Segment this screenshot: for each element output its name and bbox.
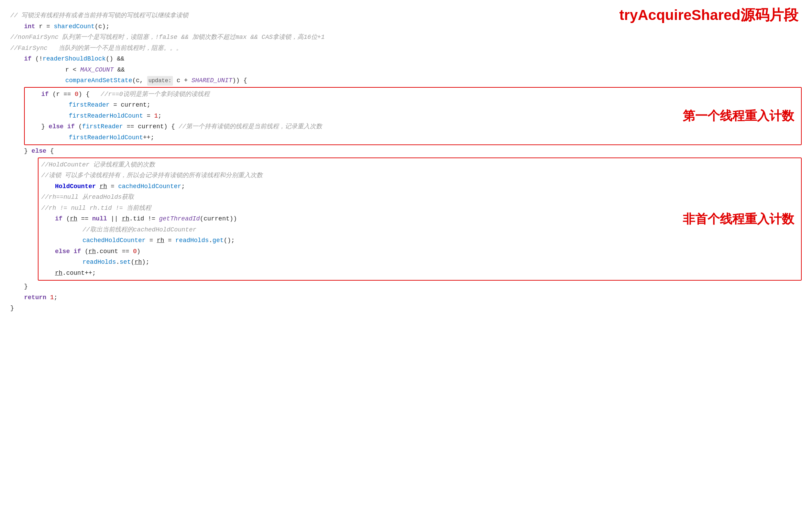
code-area: tryAcquireShared源码片段 // 写锁没有线程持有或者当前持有写锁…	[10, 7, 802, 314]
if-cond-3: compareAndSetState(c, update: c + SHARED…	[10, 75, 802, 86]
comment-line-2: //nonFairSync 队列第一个是写线程时，读阻塞，!false && 加…	[10, 32, 802, 43]
box2-comment-2: //读锁 可以多个读线程持有，所以会记录持有读锁的所有读线程和分别重入次数	[41, 170, 798, 181]
if-cond-2: r < MAX_COUNT &&	[10, 65, 802, 76]
box2-comment-3: //rh==null 从readHolds获取	[41, 192, 798, 203]
box2-label: 非首个线程重入计数	[683, 209, 794, 229]
else-line: } else {	[10, 146, 802, 157]
box2-line-5: rh.count++;	[41, 268, 798, 279]
box1-line-3: firstReaderHoldCount++;	[28, 132, 798, 143]
if-line-1: if (!readerShouldBlock() &&	[10, 54, 802, 65]
page-title: tryAcquireShared源码片段	[619, 3, 798, 26]
box2-line-4: readHolds.set(rh);	[41, 257, 798, 268]
box2-line-3: cachedHoldCounter = rh = readHolds.get()…	[41, 235, 798, 246]
box2-comment-1: //HoldCounter 记录线程重入锁的次数	[41, 160, 798, 171]
red-box-2: 非首个线程重入计数 //HoldCounter 记录线程重入锁的次数 //读锁 …	[38, 158, 802, 281]
box2-elseif-line: else if (rh.count == 0)	[41, 246, 798, 257]
box2-line-1: HoldCounter rh = cachedHoldCounter;	[41, 181, 798, 192]
return-line: return 1;	[10, 292, 802, 303]
red-box-1: 第一个线程重入计数 if (r == 0) { //r==0说明是第一个拿到读锁…	[24, 87, 802, 145]
box1-label: 第一个线程重入计数	[683, 106, 794, 126]
box1-if-line: if (r == 0) { //r==0说明是第一个拿到读锁的读线程	[28, 89, 798, 100]
close-brace-1: }	[10, 281, 802, 292]
close-brace-2: }	[10, 303, 802, 314]
comment-line-3: //FairSync 当队列的第一个不是当前线程时，阻塞。。。	[10, 43, 802, 54]
